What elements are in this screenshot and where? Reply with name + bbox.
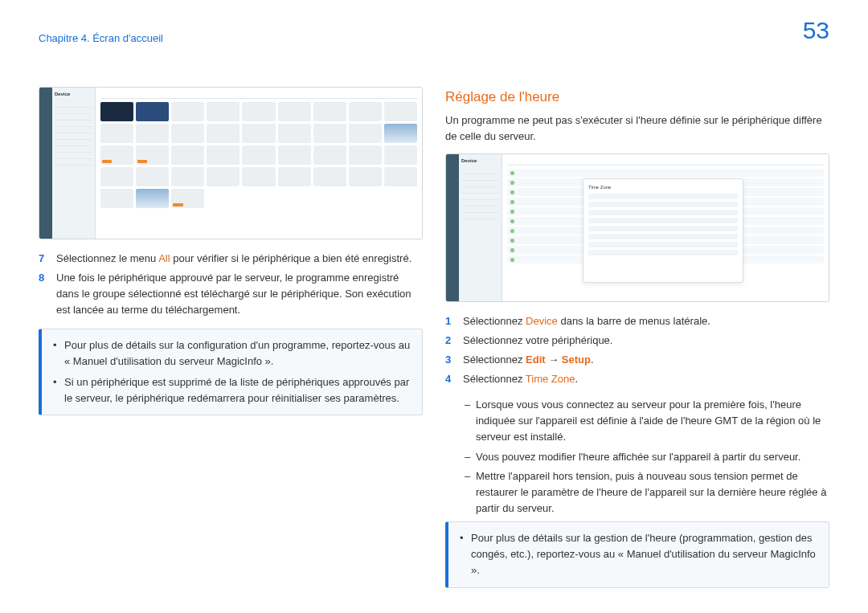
right-sub-list: Lorsque vous vous connectez au serveur p…	[445, 397, 829, 517]
step-text: Une fois le périphérique approuvé par le…	[56, 270, 423, 318]
step-7: 7 Sélectionnez le menu All pour vérifier…	[39, 251, 423, 267]
step-text: Sélectionnez Device dans la barre de men…	[463, 313, 710, 329]
step-text: Sélectionnez le menu All pour vérifier s…	[56, 251, 411, 267]
sub-item: Mettre l'appareil hors tension, puis à n…	[465, 468, 829, 517]
step-text: Sélectionnez Time Zone.	[463, 371, 578, 387]
left-note-box: Pour plus de détails sur la configuratio…	[39, 329, 423, 416]
note-item: Pour plus de détails sur la gestion de l…	[460, 530, 817, 578]
step-text: Sélectionnez Edit → Setup.	[463, 352, 594, 368]
step-1: 1 Sélectionnez Device dans la barre de m…	[445, 313, 829, 329]
step-number: 8	[39, 270, 48, 318]
ss2-form-title: Time Zone	[588, 184, 738, 191]
right-note-box: Pour plus de détails sur la gestion de l…	[445, 521, 829, 587]
step-2: 2 Sélectionnez votre périphérique.	[445, 333, 829, 349]
step-number: 3	[445, 352, 455, 368]
note-item: Si un périphérique est supprimé de la li…	[53, 374, 411, 407]
page-number: 53	[803, 12, 829, 50]
step-text: Sélectionnez votre périphérique.	[463, 333, 612, 349]
left-step-list: 7 Sélectionnez le menu All pour vérifier…	[39, 251, 423, 319]
screenshot-device-grid: Device	[39, 87, 423, 239]
ss2-panel-title: Device	[461, 157, 499, 165]
ss1-panel-title: Device	[55, 91, 92, 98]
step-3: 3 Sélectionnez Edit → Setup.	[445, 352, 829, 368]
sub-item: Lorsque vous vous connectez au serveur p…	[465, 397, 829, 445]
step-4: 4 Sélectionnez Time Zone.	[445, 371, 829, 387]
step-number: 7	[39, 251, 48, 267]
step-number: 2	[445, 333, 455, 349]
step-number: 1	[445, 313, 455, 329]
sub-item: Vous pouvez modifier l'heure affichée su…	[465, 449, 829, 465]
section-intro: Un programme ne peut pas s'exécuter si l…	[445, 112, 829, 145]
section-title: Réglage de l'heure	[445, 87, 829, 108]
screenshot-time-zone: Device Time Zone	[445, 153, 829, 302]
breadcrumb: Chapitre 4. Écran d'accueil	[39, 31, 163, 47]
right-column: Réglage de l'heure Un programme ne peut …	[445, 87, 829, 588]
right-step-list: 1 Sélectionnez Device dans la barre de m…	[445, 313, 829, 388]
step-number: 4	[445, 371, 455, 387]
note-item: Pour plus de détails sur la configuratio…	[53, 337, 411, 370]
step-8: 8 Une fois le périphérique approuvé par …	[39, 270, 423, 318]
left-column: Device 7 Sélectionnez le	[39, 87, 423, 588]
